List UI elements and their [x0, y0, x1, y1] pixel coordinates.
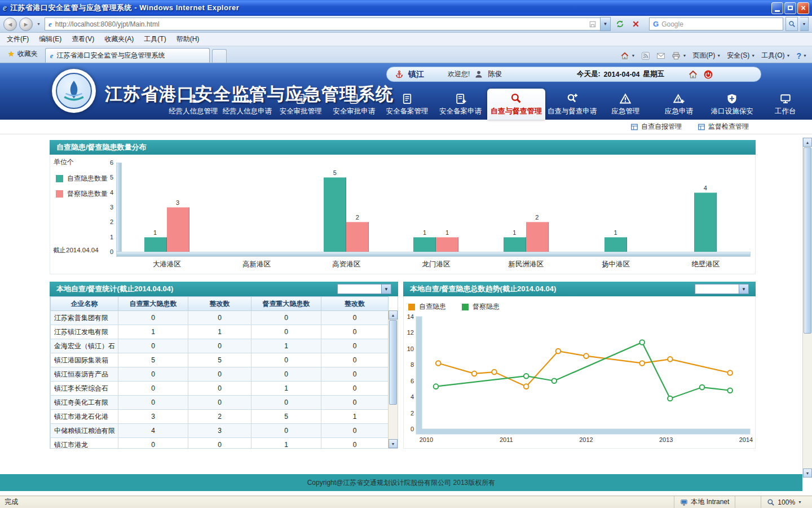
address-dropdown[interactable]: ▼	[600, 17, 611, 31]
back-button[interactable]: ◄	[3, 17, 17, 31]
nav-item-6[interactable]: 安全备案申请	[434, 93, 487, 120]
scroll-thumb[interactable]	[389, 320, 397, 405]
sub-menu-bar: 自查自报管理监督检查管理	[0, 120, 812, 134]
search-button[interactable]	[785, 17, 798, 31]
table-cell: 0	[321, 367, 389, 382]
table-header-row: 企业名称自查重大隐患数整改数督查重大隐患数整改数	[51, 297, 389, 311]
nav-item-8[interactable]: 自查与督查申请	[545, 93, 599, 120]
table-cell: 0	[321, 311, 389, 325]
nav-item-10[interactable]: 应急申请	[652, 93, 705, 120]
nav-item-7[interactable]: 自查与督查管理	[487, 89, 545, 120]
monitor-icon	[780, 93, 791, 104]
help-button[interactable]: ? ▼	[797, 51, 807, 60]
print-button[interactable]: ▼	[672, 51, 686, 60]
nav-item-9[interactable]: 应急管理	[599, 93, 652, 120]
table-cell: 江苏索普集团有限	[51, 311, 118, 325]
history-dropdown[interactable]: ▼	[35, 17, 42, 31]
tab-active[interactable]: e 江苏省港口安全监管与应急管理系统	[45, 48, 210, 63]
bar-value-label: 3	[167, 199, 189, 206]
tab-page-icon: e	[50, 51, 54, 60]
forward-button[interactable]: ►	[19, 17, 33, 31]
menubar-item[interactable]: 收藏夹(A)	[100, 33, 138, 46]
stop-button[interactable]	[629, 17, 642, 31]
table-cell: 0	[188, 339, 251, 353]
logout-button[interactable]	[703, 69, 713, 80]
table-row[interactable]: 镇江奇美化工有限0000	[51, 396, 389, 410]
table-scrollbar[interactable]: ▲ ▼	[388, 310, 398, 448]
table-cell: 镇江恒泰沥青产品	[51, 367, 118, 382]
bar: 1	[436, 237, 458, 252]
table-cell: 0	[251, 353, 321, 367]
table-row[interactable]: 江苏索普集团有限0000	[51, 311, 389, 325]
table-cell: 0	[188, 382, 251, 396]
scroll-down-button[interactable]: ▼	[803, 468, 812, 478]
menubar-item[interactable]: 编辑(E)	[34, 33, 66, 46]
table-row[interactable]: 镇江李长荣综合石0010	[51, 382, 389, 396]
scroll-down-button[interactable]: ▼	[389, 439, 398, 448]
table-row[interactable]: 镇江市港龙石化港3251	[51, 410, 389, 424]
close-button[interactable]: ×	[797, 2, 809, 14]
menubar-item[interactable]: 工具(T)	[139, 33, 170, 46]
command-button[interactable]: 安全(S)▼	[727, 51, 755, 60]
home-button[interactable]: ▼	[620, 51, 635, 60]
favorites-button[interactable]: ★ 收藏夹	[3, 47, 43, 63]
nav-item-11[interactable]: 港口设施保安	[705, 93, 758, 120]
search-dropdown[interactable]: ▼	[800, 17, 809, 31]
menubar-item[interactable]: 查看(V)	[67, 33, 99, 46]
user-icon	[474, 70, 483, 79]
status-divider	[735, 496, 761, 508]
tabs-bar: ★ 收藏夹 e 江苏省港口安全监管与应急管理系统 ▼ ▼ 页面(P)▼安全(S)…	[0, 46, 812, 63]
bar: 2	[346, 222, 369, 252]
feed-button[interactable]	[641, 51, 650, 60]
command-button[interactable]: 工具(O)▼	[761, 51, 790, 60]
command-button[interactable]: 页面(P)▼	[692, 51, 721, 60]
axis-category-label: 新民洲港区	[481, 260, 571, 269]
table-filter-dropdown[interactable]: ▼	[337, 284, 391, 294]
table-row[interactable]: 金海宏业（镇江）石0010	[51, 339, 389, 353]
computer-icon	[680, 498, 688, 506]
zoom-control[interactable]: 100% ▼	[761, 496, 807, 508]
home-shortcut-button[interactable]	[688, 69, 698, 80]
scroll-up-button[interactable]: ▲	[803, 138, 812, 147]
submenu-item[interactable]: 监督检查管理	[698, 122, 749, 132]
nav-item-12[interactable]: 工作台	[759, 93, 812, 120]
table-row[interactable]: 镇江市港龙0010	[51, 438, 389, 449]
table-row[interactable]: 中储粮镇江粮油有限4300	[51, 424, 389, 438]
trend-filter-dropdown[interactable]: ▼	[695, 284, 749, 294]
star-icon: ★	[8, 50, 15, 58]
refresh-button[interactable]	[613, 17, 626, 31]
new-tab-button[interactable]	[212, 49, 227, 63]
minimize-button[interactable]	[771, 2, 783, 14]
legend-item: 督察隐患	[462, 302, 500, 312]
zoom-icon	[767, 498, 775, 506]
username: 陈俊	[488, 69, 502, 79]
page-footer: Copyright@江苏省交通规划设计院股份有限公司 2013版权所有	[0, 474, 802, 491]
svg-text:2012: 2012	[579, 436, 593, 443]
table-cell: 0	[251, 311, 321, 325]
submenu-item[interactable]: 自查自报管理	[630, 122, 682, 132]
scroll-thumb[interactable]	[804, 147, 811, 334]
mail-button[interactable]	[656, 51, 665, 60]
axis-tick-label: 0	[110, 248, 113, 255]
menubar-item[interactable]: 文件(F)	[2, 33, 33, 46]
home-icon	[620, 51, 629, 60]
doc-add-icon	[455, 93, 466, 104]
maximize-button[interactable]	[784, 2, 796, 14]
google-logo: G	[653, 20, 659, 28]
bar: 1	[504, 237, 526, 252]
page-scrollbar[interactable]: ▲ ▼	[802, 138, 812, 478]
table-cell: 0	[118, 396, 188, 410]
menubar-item[interactable]: 帮助(H)	[172, 33, 204, 46]
legend-swatch	[408, 304, 415, 310]
table-cell: 0	[321, 325, 389, 339]
bar-y-axis	[116, 163, 122, 252]
table-row[interactable]: 江苏镇江发电有限1100	[51, 325, 389, 339]
scroll-up-button[interactable]: ▲	[389, 310, 398, 319]
search-input[interactable]: G Google	[649, 17, 783, 30]
svg-text:8: 8	[411, 361, 414, 368]
address-input[interactable]: e http://localhost:8080/yjpt/Main.html	[45, 17, 600, 30]
table-row[interactable]: 镇江港国际集装箱5500	[51, 353, 389, 367]
shield-icon	[726, 93, 738, 104]
table-row[interactable]: 镇江恒泰沥青产品0000	[51, 367, 389, 382]
compatibility-view-icon[interactable]	[589, 20, 597, 28]
